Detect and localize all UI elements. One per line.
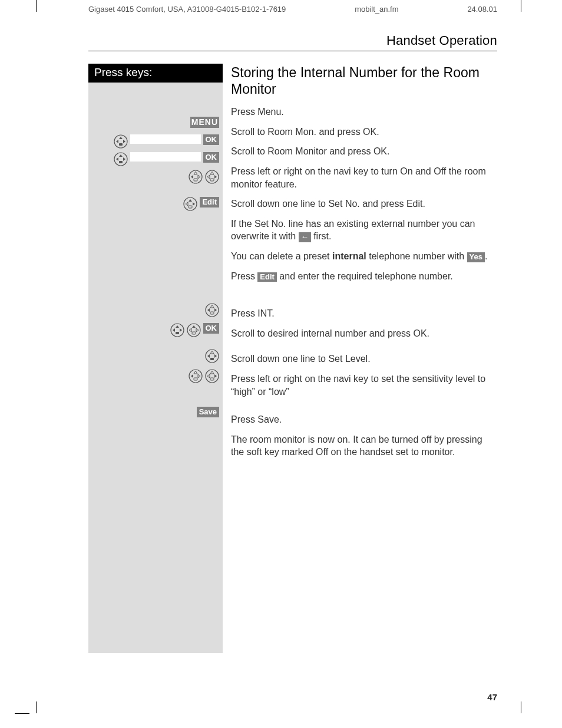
text-fragment: . <box>485 251 487 261</box>
crop-mark <box>36 701 37 713</box>
svg-marker-46 <box>194 371 197 374</box>
navi-key-right-icon <box>205 369 219 383</box>
svg-marker-7 <box>116 157 118 161</box>
svg-marker-31 <box>176 325 179 328</box>
key-row: OK <box>88 133 223 151</box>
svg-marker-26 <box>210 305 214 308</box>
document-date: 24.08.01 <box>467 5 497 14</box>
svg-marker-17 <box>207 175 210 179</box>
text-fragment: first. <box>311 231 332 241</box>
svg-marker-28 <box>214 308 217 312</box>
key-row: OK <box>88 151 223 169</box>
edit-softkey: Edit <box>200 197 219 207</box>
svg-marker-36 <box>192 325 196 328</box>
navi-key-right-icon <box>205 170 219 184</box>
save-softkey: Save <box>197 407 219 417</box>
text-fragment: Press <box>231 271 257 281</box>
svg-marker-3 <box>123 140 125 143</box>
svg-marker-16 <box>210 172 214 174</box>
product-id: Gigaset 4015 Comfort, USA, A31008-G4015-… <box>88 5 286 14</box>
crop-mark <box>521 701 521 713</box>
display-field <box>130 152 201 162</box>
step-text: Press Edit and enter the required teleph… <box>231 269 497 307</box>
step-text: Press INT. <box>231 306 497 326</box>
backspace-icon: ← <box>299 232 311 242</box>
step-text: Scroll to Room Mon. and press OK. <box>231 124 497 144</box>
step-text: You can delete a preset internal telepho… <box>231 249 497 269</box>
svg-marker-47 <box>191 374 193 378</box>
ok-softkey: OK <box>203 323 220 334</box>
text-fragment: and enter the required telephone number. <box>277 271 453 281</box>
svg-marker-48 <box>198 374 200 378</box>
svg-marker-51 <box>210 371 214 374</box>
step-text: Scroll to desired internal number and pr… <box>231 326 497 352</box>
svg-marker-11 <box>194 172 197 174</box>
key-row: Edit <box>88 196 223 213</box>
key-row: Save <box>88 406 223 423</box>
svg-marker-22 <box>186 202 188 206</box>
instructions-column: Storing the Internal Number for the Room… <box>223 64 497 653</box>
crop-mark <box>521 0 521 12</box>
svg-marker-23 <box>193 202 195 206</box>
svg-marker-1 <box>119 137 123 139</box>
navi-key-icon <box>114 134 128 149</box>
navi-key-icon <box>170 323 184 337</box>
key-row <box>88 302 223 322</box>
svg-marker-43 <box>214 354 217 358</box>
svg-rect-19 <box>210 179 214 181</box>
ok-softkey: OK <box>203 134 220 145</box>
text-bold: internal <box>332 251 366 261</box>
svg-marker-8 <box>123 157 125 161</box>
key-row: MENU <box>88 116 223 133</box>
step-text: Scroll to Room Monitor and press OK. <box>231 144 497 164</box>
step-text: Press left or right on the navi key to t… <box>231 164 497 196</box>
svg-marker-38 <box>196 328 199 332</box>
step-text: Press left or right on the navi key to s… <box>231 371 497 412</box>
navi-key-icon <box>114 152 128 166</box>
step-text: Press Menu. <box>231 104 497 124</box>
svg-marker-41 <box>210 351 214 354</box>
key-row <box>88 368 223 406</box>
svg-marker-27 <box>207 308 210 312</box>
press-keys-header: Press keys: <box>88 64 223 83</box>
svg-rect-14 <box>194 179 197 181</box>
step-text: Scroll down one line to Set Level. <box>231 351 497 371</box>
svg-rect-44 <box>210 358 214 360</box>
svg-marker-53 <box>214 374 217 378</box>
key-row: OK <box>88 322 223 348</box>
navi-key-down-icon <box>205 349 219 363</box>
navi-key-up-icon <box>187 323 201 337</box>
svg-rect-24 <box>189 206 192 208</box>
navi-key-left-icon <box>189 369 203 383</box>
navi-key-left-icon <box>189 170 203 184</box>
content-area: Press keys: MENU OK <box>88 64 497 653</box>
svg-rect-39 <box>192 332 196 334</box>
crop-mark <box>15 713 29 714</box>
svg-marker-13 <box>198 175 200 179</box>
step-text: Press Save. <box>231 412 497 432</box>
svg-rect-9 <box>119 161 123 163</box>
yes-softkey-inline: Yes <box>467 252 485 262</box>
key-row <box>88 169 223 196</box>
svg-marker-32 <box>173 328 175 332</box>
header-meta: Gigaset 4015 Comfort, USA, A31008-G4015-… <box>88 5 497 14</box>
section-header: Handset Operation <box>88 33 497 51</box>
navi-key-icon <box>183 197 197 211</box>
crop-mark <box>36 0 37 12</box>
text-fragment: telephone number with <box>366 251 467 261</box>
svg-marker-6 <box>119 154 123 157</box>
step-text: Scroll down one line to Set No. and pres… <box>231 196 497 216</box>
step-text: If the Set No. line has an existing exte… <box>231 216 497 249</box>
svg-marker-42 <box>207 354 210 358</box>
svg-rect-34 <box>176 332 179 334</box>
topic-title: Storing the Internal Number for the Room… <box>231 65 497 97</box>
ok-softkey: OK <box>203 152 220 163</box>
svg-marker-33 <box>180 328 182 332</box>
svg-rect-29 <box>210 312 214 314</box>
svg-marker-21 <box>189 199 192 202</box>
display-field <box>130 134 201 144</box>
svg-marker-2 <box>116 140 118 143</box>
page-number: 47 <box>487 692 497 702</box>
svg-marker-18 <box>214 175 217 179</box>
svg-marker-12 <box>191 175 193 179</box>
